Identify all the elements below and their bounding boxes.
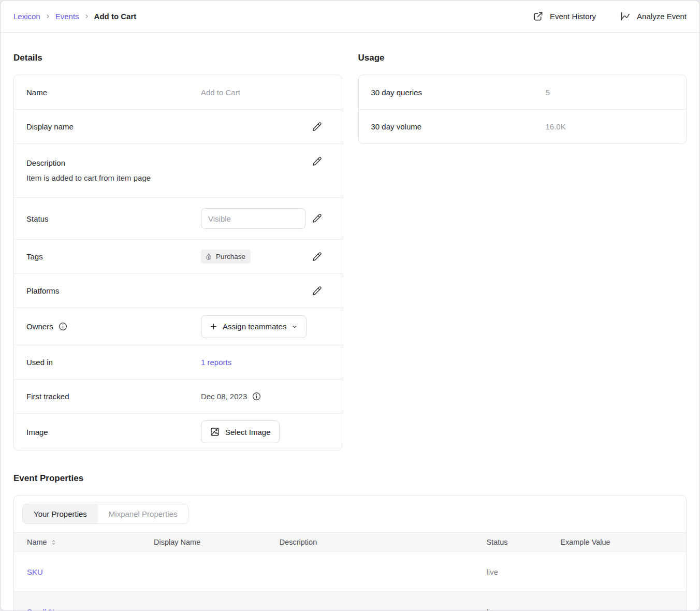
tab-your-properties[interactable]: Your Properties: [23, 504, 98, 523]
property-status-cell: live: [486, 552, 560, 592]
topbar-actions: Event History Analyze Event: [533, 11, 687, 22]
property-row-sku[interactable]: SKU live: [14, 552, 686, 592]
edit-platforms-button[interactable]: [310, 284, 324, 298]
usage-row-queries: 30 day queries 5: [359, 75, 687, 109]
edit-tags-button[interactable]: [310, 250, 324, 264]
lexicon-event-detail-page: Lexicon Events Add to Cart Event History: [0, 0, 700, 611]
description-value: Item is added to cart from item page: [26, 173, 329, 182]
column-header-description: Description: [280, 533, 487, 552]
property-status-cell: live: [486, 592, 560, 611]
assign-teammates-label: Assign teammates: [223, 322, 286, 331]
tag-chip-purchase: $ Purchase: [201, 250, 251, 264]
detail-row-image: Image Select Image: [14, 413, 342, 450]
event-properties-title: Event Properties: [13, 473, 687, 484]
property-display-name-cell: [154, 552, 280, 592]
tags-label: Tags: [26, 252, 201, 261]
money-bag-icon: $: [205, 253, 212, 260]
platforms-label: Platforms: [26, 286, 201, 295]
sort-icon: [50, 539, 57, 546]
pencil-icon: [312, 156, 322, 167]
first-tracked-value: Dec 08, 2023: [201, 392, 247, 401]
image-icon: [210, 427, 220, 437]
pencil-icon: [312, 213, 322, 224]
breadcrumb-lexicon[interactable]: Lexicon: [13, 12, 40, 21]
breadcrumb-events[interactable]: Events: [55, 12, 79, 21]
event-history-label: Event History: [550, 12, 596, 21]
assign-teammates-button[interactable]: Assign teammates: [201, 315, 307, 338]
column-header-name-label: Name: [27, 538, 47, 546]
properties-table: Name Display Name Description Status Exa…: [14, 532, 686, 611]
tab-mixpanel-properties[interactable]: Mixpanel Properties: [98, 504, 188, 523]
detail-row-status: Status: [14, 197, 342, 239]
property-description-cell: [280, 592, 487, 611]
property-display-name-cell: [154, 592, 280, 611]
first-tracked-label: First tracked: [26, 392, 201, 401]
pencil-icon: [312, 122, 322, 132]
property-example-value-cell: [560, 552, 686, 592]
event-properties-section: Event Properties Your Properties Mixpane…: [13, 473, 687, 611]
info-icon[interactable]: [58, 322, 68, 331]
detail-row-used-in: Used in 1 reports: [14, 345, 342, 379]
main-content: Details Name Add to Cart Display name: [1, 33, 699, 611]
column-header-display-name: Display Name: [154, 533, 280, 552]
external-link-icon: [533, 11, 544, 22]
plus-icon: [210, 323, 217, 330]
detail-row-name: Name Add to Cart: [14, 75, 342, 109]
select-image-button[interactable]: Select Image: [201, 420, 280, 443]
used-in-label: Used in: [26, 358, 201, 367]
details-title: Details: [13, 53, 342, 63]
usage-queries-value: 5: [546, 88, 674, 97]
column-header-example-value: Example Value: [560, 533, 686, 552]
property-name-link[interactable]: Scroll %: [27, 607, 55, 611]
svg-text:$: $: [208, 255, 210, 259]
property-name-link[interactable]: SKU: [27, 568, 43, 576]
details-card: Name Add to Cart Display name De: [13, 75, 342, 450]
edit-display-name-button[interactable]: [310, 120, 324, 134]
usage-row-volume: 30 day volume 16.0K: [359, 109, 687, 143]
pencil-icon: [312, 286, 322, 296]
breadcrumb-current-event: Add to Cart: [94, 12, 137, 21]
breadcrumb: Lexicon Events Add to Cart: [13, 12, 136, 21]
status-input[interactable]: [201, 208, 305, 229]
tag-chip-label: Purchase: [216, 253, 245, 260]
usage-card: 30 day queries 5 30 day volume 16.0K: [358, 75, 687, 144]
analyze-event-label: Analyze Event: [637, 12, 687, 21]
detail-row-description: Description Item is added to cart from i…: [14, 143, 342, 197]
edit-description-button[interactable]: [310, 154, 324, 169]
usage-title: Usage: [358, 53, 687, 63]
chevron-right-icon: [84, 13, 90, 19]
display-name-label: Display name: [26, 122, 201, 131]
usage-section: Usage 30 day queries 5 30 day volume 16.…: [358, 46, 687, 144]
property-row-scroll-percent[interactable]: Scroll % live: [14, 592, 686, 611]
usage-queries-label: 30 day queries: [371, 88, 546, 97]
detail-row-first-tracked: First tracked Dec 08, 2023: [14, 379, 342, 413]
pencil-icon: [312, 252, 322, 262]
event-history-button[interactable]: Event History: [533, 11, 596, 22]
detail-row-platforms: Platforms: [14, 273, 342, 308]
properties-tabs: Your Properties Mixpanel Properties: [22, 504, 188, 524]
image-label: Image: [26, 428, 201, 437]
detail-row-tags: Tags $ Purchase: [14, 239, 342, 273]
name-label: Name: [26, 88, 201, 97]
info-icon[interactable]: [252, 391, 261, 401]
table-header-row: Name Display Name Description Status Exa…: [14, 533, 686, 552]
chevron-right-icon: [45, 13, 51, 19]
line-chart-icon: [620, 11, 631, 22]
owners-label: Owners: [26, 322, 53, 331]
analyze-event-button[interactable]: Analyze Event: [620, 11, 687, 22]
used-in-reports-link[interactable]: 1 reports: [201, 358, 231, 367]
chevron-down-icon: [291, 324, 298, 330]
property-example-value-cell: [560, 592, 686, 611]
column-header-status: Status: [486, 533, 560, 552]
edit-status-button[interactable]: [310, 211, 324, 226]
detail-row-display-name: Display name: [14, 109, 342, 143]
description-label: Description: [26, 158, 201, 167]
topbar: Lexicon Events Add to Cart Event History: [1, 1, 699, 33]
name-value: Add to Cart: [201, 88, 329, 97]
column-header-name[interactable]: Name: [14, 533, 154, 552]
details-section: Details Name Add to Cart Display name: [13, 46, 342, 450]
property-description-cell: [280, 552, 487, 592]
detail-row-owners: Owners Assign teammates: [14, 308, 342, 345]
usage-volume-value: 16.0K: [546, 122, 674, 131]
event-properties-card: Your Properties Mixpanel Properties Name: [13, 495, 687, 611]
